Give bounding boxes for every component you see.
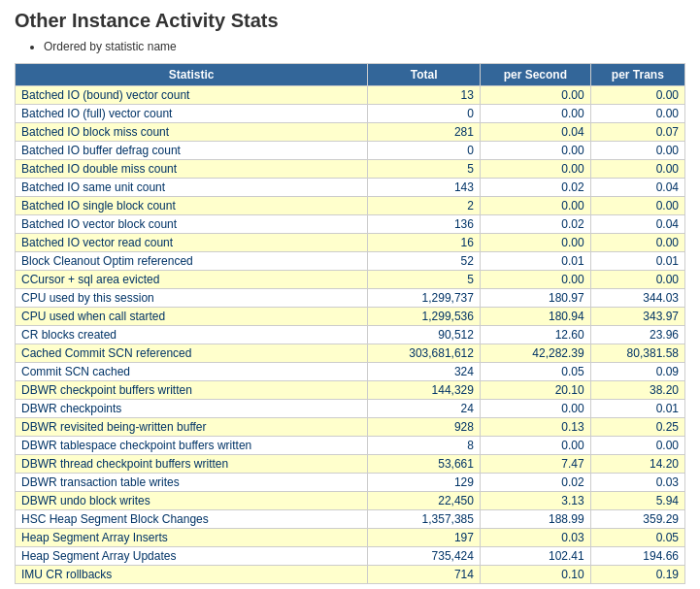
stat-name-cell: CPU used by this session	[16, 289, 368, 308]
subtitle-item: Ordered by statistic name	[44, 40, 685, 53]
stat-value-cell: 0.25	[590, 418, 684, 437]
stat-name-cell: DBWR transaction table writes	[16, 474, 368, 492]
stat-name-cell: DBWR undo block writes	[16, 492, 368, 510]
stat-name-cell: Block Cleanout Optim referenced	[16, 252, 368, 271]
stat-value-cell: 42,282.39	[480, 344, 590, 363]
table-row: DBWR thread checkpoint buffers written53…	[16, 455, 685, 474]
stat-value-cell: 0.01	[590, 400, 684, 418]
stat-name-cell: IMU CR rollbacks	[16, 566, 368, 584]
stat-value-cell: 13	[368, 86, 481, 105]
stat-value-cell: 0.04	[590, 179, 684, 197]
stat-value-cell: 0.00	[480, 234, 590, 252]
stat-value-cell: 5.94	[590, 492, 684, 510]
stat-value-cell: 0.00	[590, 160, 684, 179]
stat-value-cell: 928	[368, 418, 481, 437]
stat-name-cell: DBWR thread checkpoint buffers written	[16, 455, 368, 474]
table-row: Commit SCN cached3240.050.09	[16, 363, 685, 381]
stat-value-cell: 8	[368, 437, 481, 455]
stat-value-cell: 343.97	[590, 308, 684, 326]
stat-value-cell: 0.00	[480, 197, 590, 215]
table-row: HSC Heap Segment Block Changes1,357,3851…	[16, 510, 685, 529]
stat-name-cell: Batched IO same unit count	[16, 179, 368, 197]
stat-value-cell: 2	[368, 197, 481, 215]
stat-name-cell: Commit SCN cached	[16, 363, 368, 381]
stat-name-cell: Batched IO double miss count	[16, 160, 368, 179]
table-row: Batched IO block miss count2810.040.07	[16, 123, 685, 142]
stat-name-cell: CPU used when call started	[16, 308, 368, 326]
stat-value-cell: 0.04	[590, 215, 684, 234]
stat-value-cell: 24	[368, 400, 481, 418]
stat-value-cell: 22,450	[368, 492, 481, 510]
stat-value-cell: 0.07	[590, 123, 684, 142]
stat-name-cell: Heap Segment Array Updates	[16, 547, 368, 566]
stat-value-cell: 0.05	[480, 363, 590, 381]
stat-value-cell: 23.96	[590, 326, 684, 344]
stat-value-cell: 7.47	[480, 455, 590, 474]
stat-value-cell: 0.05	[590, 529, 684, 547]
stat-name-cell: Batched IO vector block count	[16, 215, 368, 234]
stat-value-cell: 0.02	[480, 179, 590, 197]
stat-value-cell: 0.00	[590, 271, 684, 289]
table-row: DBWR checkpoint buffers written144,32920…	[16, 381, 685, 400]
stat-value-cell: 0.00	[480, 105, 590, 123]
stat-value-cell: 714	[368, 566, 481, 584]
table-row: CCursor + sql area evicted50.000.00	[16, 271, 685, 289]
stat-value-cell: 5	[368, 160, 481, 179]
stat-name-cell: Batched IO block miss count	[16, 123, 368, 142]
stat-name-cell: Batched IO (bound) vector count	[16, 86, 368, 105]
table-row: DBWR transaction table writes1290.020.03	[16, 474, 685, 492]
stat-value-cell: 1,299,737	[368, 289, 481, 308]
stat-name-cell: DBWR checkpoints	[16, 400, 368, 418]
stat-value-cell: 0.00	[590, 142, 684, 160]
table-row: Batched IO double miss count50.000.00	[16, 160, 685, 179]
stat-value-cell: 0.10	[480, 566, 590, 584]
stat-value-cell: 0.13	[480, 418, 590, 437]
stat-value-cell: 129	[368, 474, 481, 492]
stat-value-cell: 281	[368, 123, 481, 142]
table-row: Batched IO vector read count160.000.00	[16, 234, 685, 252]
stat-value-cell: 0.00	[480, 271, 590, 289]
table-row: Heap Segment Array Updates735,424102.411…	[16, 547, 685, 566]
stat-value-cell: 0.01	[480, 252, 590, 271]
col-header-per-second: per Second	[480, 64, 590, 86]
stat-value-cell: 0.03	[590, 474, 684, 492]
stat-value-cell: 0.00	[480, 437, 590, 455]
stat-value-cell: 0.00	[590, 86, 684, 105]
table-row: DBWR revisited being-written buffer9280.…	[16, 418, 685, 437]
table-row: Batched IO buffer defrag count00.000.00	[16, 142, 685, 160]
stat-value-cell: 344.03	[590, 289, 684, 308]
stat-value-cell: 735,424	[368, 547, 481, 566]
stat-value-cell: 14.20	[590, 455, 684, 474]
stat-value-cell: 0.00	[590, 234, 684, 252]
stat-name-cell: Batched IO buffer defrag count	[16, 142, 368, 160]
stat-value-cell: 102.41	[480, 547, 590, 566]
table-header-row: Statistic Total per Second per Trans	[16, 64, 685, 86]
stat-value-cell: 0.00	[480, 86, 590, 105]
stat-value-cell: 0	[368, 142, 481, 160]
stat-value-cell: 303,681,612	[368, 344, 481, 363]
table-row: Block Cleanout Optim referenced520.010.0…	[16, 252, 685, 271]
stat-value-cell: 90,512	[368, 326, 481, 344]
table-row: CPU used when call started1,299,536180.9…	[16, 308, 685, 326]
stat-value-cell: 3.13	[480, 492, 590, 510]
stat-value-cell: 197	[368, 529, 481, 547]
stat-value-cell: 180.97	[480, 289, 590, 308]
stat-value-cell: 0.00	[480, 142, 590, 160]
table-row: Cached Commit SCN referenced303,681,6124…	[16, 344, 685, 363]
stat-value-cell: 16	[368, 234, 481, 252]
stat-name-cell: DBWR tablespace checkpoint buffers writt…	[16, 437, 368, 455]
subtitle-section: Ordered by statistic name	[15, 40, 685, 53]
table-row: Heap Segment Array Inserts1970.030.05	[16, 529, 685, 547]
stat-name-cell: Batched IO (full) vector count	[16, 105, 368, 123]
stat-value-cell: 0.19	[590, 566, 684, 584]
table-row: IMU CR rollbacks7140.100.19	[16, 566, 685, 584]
table-row: CR blocks created90,51212.6023.96	[16, 326, 685, 344]
stat-name-cell: Batched IO single block count	[16, 197, 368, 215]
stat-value-cell: 359.29	[590, 510, 684, 529]
stat-value-cell: 0.00	[590, 197, 684, 215]
stat-value-cell: 53,661	[368, 455, 481, 474]
stat-value-cell: 0.03	[480, 529, 590, 547]
stat-value-cell: 0.00	[480, 400, 590, 418]
stat-value-cell: 12.60	[480, 326, 590, 344]
table-row: Batched IO same unit count1430.020.04	[16, 179, 685, 197]
